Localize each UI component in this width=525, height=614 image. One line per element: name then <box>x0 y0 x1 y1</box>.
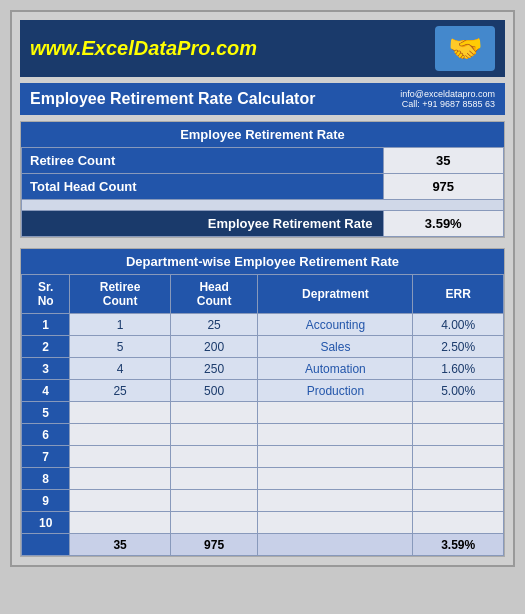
retiree-cell <box>70 468 170 490</box>
total-head: 975 <box>170 534 258 556</box>
table-row: 4 25 500 Production 5.00% <box>22 380 504 402</box>
head-cell <box>170 490 258 512</box>
dept-table-header-row: Sr.No RetireeCount HeadCount Depratment … <box>22 275 504 314</box>
sr-cell: 8 <box>22 468 70 490</box>
logo-area: 🤝 <box>435 26 495 71</box>
retiree-cell <box>70 490 170 512</box>
err-cell: 1.60% <box>413 358 504 380</box>
subtitle-bar: Employee Retirement Rate Calculator info… <box>20 83 505 115</box>
retirement-rate-section: Employee Retirement Rate Retiree Count 3… <box>20 121 505 238</box>
total-row: 35 975 3.59% <box>22 534 504 556</box>
head-cell <box>170 446 258 468</box>
dept-table: Sr.No RetireeCount HeadCount Depratment … <box>21 274 504 556</box>
err-cell <box>413 512 504 534</box>
err-cell <box>413 446 504 468</box>
retirement-rate-header: Employee Retirement Rate <box>21 122 504 147</box>
sr-cell: 4 <box>22 380 70 402</box>
total-dept <box>258 534 413 556</box>
header-bar: www.ExcelDataPro.com 🤝 <box>20 20 505 77</box>
sr-cell: 2 <box>22 336 70 358</box>
head-count-value: 975 <box>383 174 504 200</box>
head-cell: 250 <box>170 358 258 380</box>
table-row: 10 <box>22 512 504 534</box>
dept-cell: Automation <box>258 358 413 380</box>
dept-cell <box>258 490 413 512</box>
calculator-title: Employee Retirement Rate Calculator <box>30 90 315 108</box>
dept-cell <box>258 512 413 534</box>
total-err: 3.59% <box>413 534 504 556</box>
sr-cell: 9 <box>22 490 70 512</box>
handshake-icon: 🤝 <box>448 32 483 65</box>
retiree-cell <box>70 424 170 446</box>
sr-cell: 10 <box>22 512 70 534</box>
retiree-cell: 4 <box>70 358 170 380</box>
sr-cell: 3 <box>22 358 70 380</box>
head-cell: 25 <box>170 314 258 336</box>
main-container: www.ExcelDataPro.com 🤝 Employee Retireme… <box>10 10 515 567</box>
sr-cell: 1 <box>22 314 70 336</box>
retiree-cell: 25 <box>70 380 170 402</box>
dept-cell <box>258 402 413 424</box>
err-cell <box>413 424 504 446</box>
dept-cell <box>258 424 413 446</box>
sr-cell: 5 <box>22 402 70 424</box>
dept-section: Department-wise Employee Retirement Rate… <box>20 248 505 557</box>
retiree-cell: 1 <box>70 314 170 336</box>
table-row: 9 <box>22 490 504 512</box>
contact-email: info@exceldatapro.com <box>400 89 495 99</box>
table-row: 2 5 200 Sales 2.50% <box>22 336 504 358</box>
rate-table: Retiree Count 35 Total Head Count 975 Em… <box>21 147 504 237</box>
head-count-label: Total Head Count <box>22 174 384 200</box>
err-cell <box>413 490 504 512</box>
dept-cell <box>258 468 413 490</box>
err-cell: 2.50% <box>413 336 504 358</box>
head-count-row: Total Head Count 975 <box>22 174 504 200</box>
head-cell <box>170 512 258 534</box>
head-cell <box>170 402 258 424</box>
err-cell <box>413 468 504 490</box>
dept-cell: Sales <box>258 336 413 358</box>
rate-value: 3.59% <box>383 211 504 237</box>
head-cell: 500 <box>170 380 258 402</box>
col-dept: Depratment <box>258 275 413 314</box>
sr-cell: 6 <box>22 424 70 446</box>
table-row: 1 1 25 Accounting 4.00% <box>22 314 504 336</box>
retiree-count-value: 35 <box>383 148 504 174</box>
err-cell: 5.00% <box>413 380 504 402</box>
col-err: ERR <box>413 275 504 314</box>
retiree-cell: 5 <box>70 336 170 358</box>
website-title: www.ExcelDataPro.com <box>30 37 257 60</box>
table-row: 8 <box>22 468 504 490</box>
col-head: HeadCount <box>170 275 258 314</box>
col-retiree: RetireeCount <box>70 275 170 314</box>
retiree-cell <box>70 446 170 468</box>
dept-cell: Accounting <box>258 314 413 336</box>
contact-phone: Call: +91 9687 8585 63 <box>400 99 495 109</box>
retiree-count-label: Retiree Count <box>22 148 384 174</box>
total-retiree: 35 <box>70 534 170 556</box>
head-cell <box>170 468 258 490</box>
table-row: 3 4 250 Automation 1.60% <box>22 358 504 380</box>
dept-cell: Production <box>258 380 413 402</box>
col-sr: Sr.No <box>22 275 70 314</box>
spacer-row <box>22 200 504 211</box>
rate-row: Employee Retirement Rate 3.59% <box>22 211 504 237</box>
total-sr-cell <box>22 534 70 556</box>
table-row: 5 <box>22 402 504 424</box>
dept-section-header: Department-wise Employee Retirement Rate <box>21 249 504 274</box>
table-row: 6 <box>22 424 504 446</box>
contact-info: info@exceldatapro.com Call: +91 9687 858… <box>400 89 495 109</box>
table-row: 7 <box>22 446 504 468</box>
retiree-count-row: Retiree Count 35 <box>22 148 504 174</box>
sr-cell: 7 <box>22 446 70 468</box>
rate-label: Employee Retirement Rate <box>22 211 384 237</box>
head-cell <box>170 424 258 446</box>
err-cell: 4.00% <box>413 314 504 336</box>
dept-cell <box>258 446 413 468</box>
head-cell: 200 <box>170 336 258 358</box>
err-cell <box>413 402 504 424</box>
retiree-cell <box>70 512 170 534</box>
retiree-cell <box>70 402 170 424</box>
